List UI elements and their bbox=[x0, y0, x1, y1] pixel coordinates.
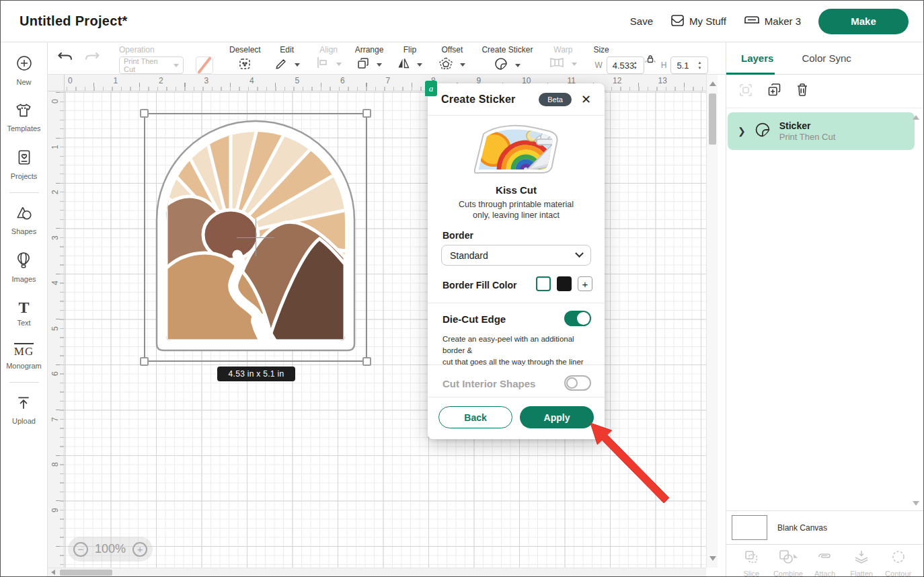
cricut-design-space-window: Untitled Project* Save My Stuff bbox=[0, 0, 924, 577]
vertical-ruler: 0123456789 bbox=[48, 91, 65, 576]
canvas-color-swatch[interactable] bbox=[732, 515, 767, 540]
shapes-icon bbox=[15, 205, 33, 224]
resize-handle-sw[interactable] bbox=[140, 357, 149, 366]
arrange-button[interactable]: Arrange bbox=[348, 42, 391, 74]
create-sticker-panel: a Create Sticker Beta ✕ bbox=[428, 83, 605, 439]
sidebar-item-new[interactable]: New bbox=[15, 54, 33, 86]
balloon-icon bbox=[15, 252, 32, 272]
fill-color-black-swatch[interactable] bbox=[557, 276, 572, 291]
kiss-cut-illustration bbox=[469, 122, 564, 178]
zoom-out-button[interactable]: − bbox=[73, 542, 88, 557]
combine-button: Combine bbox=[770, 549, 807, 576]
edit-button[interactable]: Edit bbox=[268, 42, 307, 74]
cut-interior-shapes-label: Cut Interior Shapes bbox=[442, 378, 535, 389]
redo-button[interactable] bbox=[84, 50, 100, 67]
cut-type-description: Cuts through printable material only, le… bbox=[428, 199, 605, 221]
horizontal-ruler: 012345678910111213 bbox=[48, 75, 718, 91]
ruler-tick-label: 1 bbox=[50, 145, 60, 149]
horizontal-scroll-thumb[interactable] bbox=[60, 570, 112, 576]
blank-canvas-row[interactable]: Blank Canvas bbox=[726, 510, 923, 544]
back-button[interactable]: Back bbox=[438, 406, 512, 428]
sidebar-item-images[interactable]: Images bbox=[11, 252, 36, 283]
die-cut-description: Create an easy-peel with an additional b… bbox=[442, 334, 592, 368]
deselect-button[interactable]: Deselect bbox=[223, 42, 268, 74]
panel-divider bbox=[428, 397, 605, 397]
new-icon bbox=[15, 54, 33, 75]
attach-button: Attach bbox=[806, 549, 843, 576]
trash-icon[interactable] bbox=[796, 82, 809, 100]
undo-button[interactable] bbox=[57, 50, 73, 67]
group-select-icon bbox=[738, 83, 753, 100]
layers-scroll-up-arrow[interactable] bbox=[913, 115, 919, 120]
ruler-tick-label: 8 bbox=[50, 462, 60, 467]
my-stuff-button[interactable]: My Stuff bbox=[670, 14, 726, 29]
add-color-button[interactable]: + bbox=[578, 276, 592, 291]
resize-handle-ne[interactable] bbox=[362, 109, 371, 118]
zoom-level: 100% bbox=[95, 542, 126, 556]
panel-divider bbox=[428, 303, 605, 303]
lock-ratio-icon[interactable] bbox=[645, 54, 656, 67]
layer-sticker-icon bbox=[754, 121, 771, 141]
text-icon: T bbox=[18, 299, 29, 315]
flip-button[interactable]: Flip bbox=[390, 42, 429, 74]
die-cut-edge-toggle[interactable] bbox=[564, 311, 591, 326]
sidebar-item-text[interactable]: T Text bbox=[17, 299, 30, 327]
zoom-control: − 100% + bbox=[68, 537, 153, 562]
machine-selector[interactable]: Maker 3 bbox=[744, 14, 801, 28]
sidebar-item-monogram[interactable]: MG Monogram bbox=[6, 343, 42, 370]
layer-row-sticker[interactable]: ❯ Sticker Print Then Cut bbox=[728, 112, 915, 150]
cut-interior-shapes-toggle[interactable] bbox=[564, 375, 591, 391]
canvas-area[interactable]: 012345678910111213 0123456789 bbox=[48, 75, 718, 576]
ruler-tick-label: 12 bbox=[613, 76, 621, 85]
tab-layers[interactable]: Layers bbox=[741, 52, 773, 64]
monogram-icon: MG bbox=[14, 343, 34, 358]
size-tooltip: 4.53 in x 5.1 in bbox=[217, 367, 295, 381]
tshirt-icon bbox=[15, 102, 32, 121]
width-stepper[interactable]: ▲▼ bbox=[633, 61, 641, 70]
fill-color-white-swatch[interactable] bbox=[536, 276, 551, 291]
ruler-tick-label: 0 bbox=[50, 99, 60, 104]
sidebar-item-templates[interactable]: Templates bbox=[7, 102, 40, 132]
layer-expand-chevron[interactable]: ❯ bbox=[738, 126, 746, 137]
resize-handle-se[interactable] bbox=[362, 357, 371, 366]
sidebar-item-projects[interactable]: Projects bbox=[11, 149, 38, 180]
project-card-icon bbox=[16, 149, 32, 169]
scroll-left-arrow[interactable] bbox=[51, 570, 55, 575]
ruler-tick-label: 4 bbox=[249, 76, 254, 85]
tab-color-sync[interactable]: Color Sync bbox=[802, 52, 851, 64]
offset-button[interactable]: Offset bbox=[432, 42, 472, 74]
duplicate-icon[interactable] bbox=[767, 82, 782, 100]
ruler-tick-label: 6 bbox=[340, 76, 345, 85]
scroll-up-arrow[interactable] bbox=[709, 81, 716, 86]
close-icon[interactable]: ✕ bbox=[581, 93, 591, 106]
height-stepper[interactable]: ▲▼ bbox=[697, 61, 705, 70]
chevron-down-icon bbox=[575, 249, 584, 258]
align-icon bbox=[316, 56, 330, 71]
layer-name: Sticker bbox=[779, 120, 836, 131]
border-dropdown[interactable]: Standard bbox=[441, 245, 591, 266]
scroll-down-arrow[interactable] bbox=[709, 556, 716, 561]
horizontal-scrollbar[interactable] bbox=[48, 568, 706, 576]
save-button[interactable]: Save bbox=[630, 15, 653, 27]
ruler-tick-label: 7 bbox=[386, 76, 391, 85]
vertical-scrollbar[interactable] bbox=[706, 75, 718, 568]
layers-scroll-down-arrow[interactable] bbox=[913, 501, 919, 506]
resize-handle-nw[interactable] bbox=[140, 109, 149, 118]
vertical-scroll-thumb[interactable] bbox=[709, 93, 716, 145]
operation-label: Operation bbox=[119, 45, 155, 54]
sidebar-divider bbox=[9, 382, 39, 383]
ruler-tick-label: 5 bbox=[295, 76, 300, 85]
selection-bounding-box[interactable] bbox=[144, 113, 367, 362]
apply-button[interactable]: Apply bbox=[520, 406, 594, 428]
upload-icon bbox=[15, 395, 32, 414]
make-button[interactable]: Make bbox=[818, 9, 909, 34]
create-sticker-button[interactable]: Create Sticker bbox=[475, 42, 539, 74]
operation-color-swatch[interactable] bbox=[196, 56, 213, 74]
ruler-tick-label: 9 bbox=[50, 508, 60, 512]
zoom-in-button[interactable]: + bbox=[132, 542, 147, 557]
ruler-tick-label: 13 bbox=[658, 76, 667, 85]
sidebar-item-upload[interactable]: Upload bbox=[12, 395, 36, 425]
sidebar-item-shapes[interactable]: Shapes bbox=[11, 205, 36, 235]
operation-dropdown[interactable]: Print Then Cut bbox=[119, 56, 184, 74]
warp-button: Warp bbox=[542, 42, 584, 74]
